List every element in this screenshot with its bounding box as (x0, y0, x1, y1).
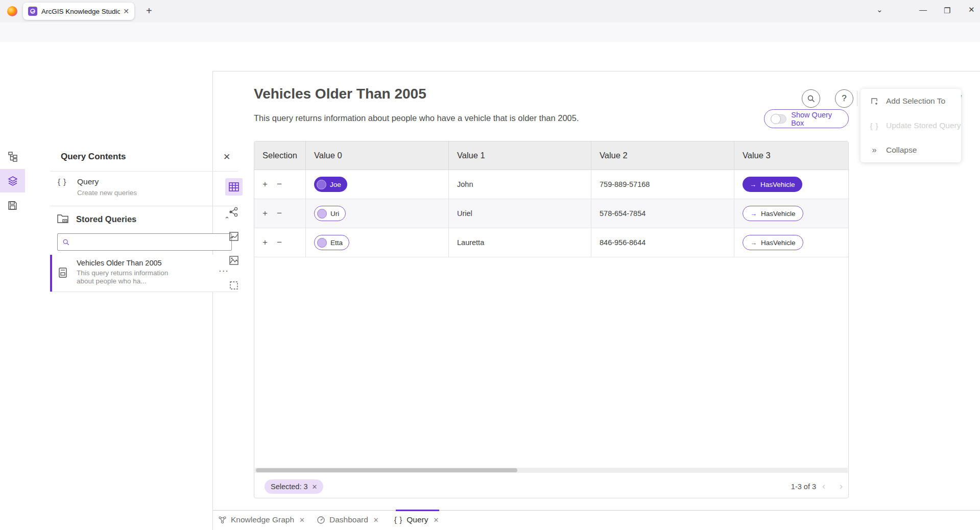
relationship-pill[interactable]: → HasVehicle (743, 177, 802, 192)
add-to-selection-icon[interactable]: + (262, 237, 268, 248)
show-query-box-toggle[interactable]: Show Query Box (764, 109, 849, 128)
entity-dot-icon (317, 238, 327, 248)
relationship-cell: → HasVehicle (734, 170, 848, 199)
clear-selection-icon[interactable]: ✕ (312, 483, 318, 491)
menu-item-collapse[interactable]: » Collapse (861, 138, 961, 162)
table-view-icon[interactable] (225, 178, 243, 196)
page-title: Vehicles Older Than 2005 (254, 86, 426, 102)
table-row[interactable]: + − Uri Uriel 578-654-7854 → HasVehicle (254, 199, 848, 228)
horizontal-scrollbar[interactable] (255, 468, 848, 473)
previous-page-icon[interactable]: ‹ (822, 481, 825, 492)
remove-from-selection-icon[interactable]: − (277, 237, 282, 248)
table-header-row: Selection Value 0 Value 1 Value 2 Value … (254, 141, 848, 170)
help-button[interactable]: ? (835, 89, 853, 108)
remove-from-selection-icon[interactable]: − (277, 208, 282, 219)
column-header[interactable]: Selection (254, 141, 306, 170)
value-cell: 759-889-57168 (591, 170, 734, 199)
entity-dot-icon (317, 180, 326, 189)
panel-close-icon[interactable]: ✕ (223, 152, 230, 162)
entity-pill[interactable]: Etta (314, 235, 349, 250)
add-to-selection-icon[interactable]: + (262, 208, 268, 219)
entity-pill[interactable]: Uri (314, 206, 346, 221)
value-cell: 846-956-8644 (591, 228, 734, 257)
header-divider (857, 91, 857, 106)
table-row[interactable]: + − Joe John 759-889-57168 → HasVehicle (254, 170, 848, 199)
tab-close-icon[interactable]: ✕ (123, 7, 129, 15)
stored-query-title: Vehicles Older Than 2005 (77, 259, 162, 267)
tab-label: Dashboard (329, 515, 368, 524)
selected-indicator-bar (50, 255, 52, 292)
tab-title: ArcGIS Knowledge Studio (41, 8, 120, 15)
scrollbar-thumb[interactable] (256, 468, 517, 472)
search-input[interactable] (74, 237, 226, 247)
save-icon[interactable] (0, 194, 25, 217)
firefox-icon[interactable] (7, 6, 17, 16)
tab-query[interactable]: { } Query ✕ (394, 515, 439, 524)
browser-tab[interactable]: ArcGIS Knowledge Studio ✕ (23, 3, 134, 20)
minimize-button[interactable]: — (919, 5, 927, 14)
relationship-label: HasVehicle (761, 210, 796, 218)
tab-label: Query (407, 515, 428, 524)
tab-close-icon[interactable]: ✕ (373, 516, 379, 524)
query-item-subtitle: Create new queries (77, 189, 137, 197)
panel-divider (50, 292, 238, 292)
restore-button[interactable]: ❐ (944, 6, 950, 15)
entity-cell: Joe (306, 170, 449, 199)
map-view-icon[interactable] (225, 228, 243, 245)
panel-title: Query Contents (61, 152, 126, 162)
search-button[interactable] (802, 89, 820, 108)
stored-query-item[interactable]: Vehicles Older Than 2005 This query retu… (50, 255, 237, 292)
new-tab-button[interactable]: + (146, 5, 152, 17)
arrow-right-icon: → (750, 210, 757, 218)
arrow-right-icon: → (750, 239, 757, 247)
value-cell: Uriel (449, 199, 591, 228)
collapse-icon: » (869, 146, 880, 155)
relationship-pill[interactable]: → HasVehicle (743, 206, 803, 221)
app-header: Certification Project ? PL publisher2 la… (0, 42, 980, 71)
stored-queries-search[interactable] (57, 233, 232, 251)
new-map-view-icon[interactable] (225, 252, 243, 269)
panel-divider (50, 206, 238, 206)
entity-cell: Uri (306, 199, 449, 228)
data-model-icon[interactable] (0, 144, 25, 168)
column-header[interactable]: Value 0 (306, 141, 449, 170)
query-item-title[interactable]: Query (77, 177, 99, 186)
left-rail: » (0, 71, 25, 530)
toggle-track[interactable] (771, 114, 786, 124)
column-header[interactable]: Value 1 (449, 141, 591, 170)
column-header[interactable]: Value 3 (734, 141, 848, 170)
contents-layers-icon[interactable] (0, 169, 25, 192)
entity-label: Joe (330, 181, 341, 188)
entity-pill[interactable]: Joe (314, 177, 347, 192)
menu-item-add-selection-to[interactable]: Add Selection To (861, 89, 961, 113)
next-page-icon[interactable]: › (840, 481, 843, 492)
stored-queries-title: Stored Queries (76, 214, 136, 224)
table-row[interactable]: + − Etta Lauretta 846-956-8644 → HasVehi… (254, 228, 848, 257)
tab-close-icon[interactable]: ✕ (299, 516, 305, 524)
braces-icon: { } (58, 177, 66, 186)
column-header[interactable]: Value 2 (591, 141, 734, 170)
table-options-menu: Add Selection To { } Update Stored Query… (861, 89, 961, 162)
relationship-cell: → HasVehicle (734, 228, 848, 257)
relationship-label: HasVehicle (761, 239, 796, 247)
dashboard-gauge-icon (317, 516, 325, 524)
search-icon (63, 239, 69, 246)
relationship-pill[interactable]: → HasVehicle (743, 235, 803, 250)
active-tab-indicator (396, 510, 439, 511)
tab-knowledge-graph[interactable]: Knowledge Graph ✕ (218, 515, 305, 524)
tab-dashboard[interactable]: Dashboard ✕ (317, 515, 379, 524)
browser-toolbar: ← → ⟳ https://dev0028833.esri.com/portal… (0, 22, 980, 42)
menu-item-update-stored-query[interactable]: { } Update Stored Query (861, 113, 961, 138)
selected-count-chip[interactable]: Selected: 3 ✕ (265, 479, 323, 494)
relationship-label: HasVehicle (760, 181, 795, 188)
remove-from-selection-icon[interactable]: − (277, 179, 282, 189)
panel-divider (50, 171, 238, 172)
braces-icon: { } (869, 122, 880, 130)
add-to-selection-icon[interactable]: + (262, 179, 268, 189)
window-close-button[interactable]: ✕ (968, 5, 975, 14)
tab-close-icon[interactable]: ✕ (433, 516, 439, 524)
row-range-label: 1-3 of 3 (775, 483, 816, 491)
selection-view-icon[interactable] (225, 277, 243, 294)
list-tabs-icon[interactable]: ⌄ (876, 5, 883, 14)
link-chart-view-icon[interactable] (225, 203, 243, 221)
